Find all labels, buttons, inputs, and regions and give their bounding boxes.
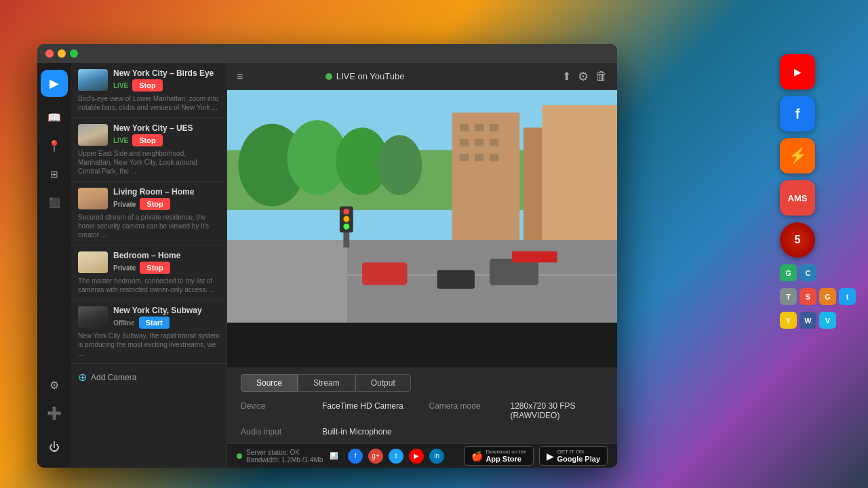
camera-desc-1: Upper East Side and neighborhood, Manhat… [78, 149, 220, 176]
social-facebook[interactable]: f [348, 449, 363, 464]
appstore-label: App Store [486, 455, 526, 463]
add-camera-button[interactable]: ⊕ Add Camera [71, 364, 226, 390]
camera-desc-3: The master bedroom, connected to my list… [78, 277, 220, 294]
svg-rect-22 [437, 270, 475, 289]
camera-thumb-nyc-ues [78, 124, 108, 146]
dock-mini-wp[interactable]: W [800, 312, 816, 329]
camera-item-bedroom[interactable]: Bedroom – Home Private Stop The master b… [71, 245, 226, 300]
facebook-icon: f [795, 106, 800, 122]
dock-mini-vimeo[interactable]: V [819, 312, 836, 329]
camera-desc-2: Secured stream of a private residence, t… [78, 213, 220, 239]
ams-label: AMS [788, 193, 808, 203]
youtube-icon: ▶ [794, 67, 801, 77]
social-linkedin[interactable]: in [429, 449, 444, 464]
sidebar-icon-plus[interactable]: ➕ [42, 401, 66, 426]
right-dock: ▶ f ⚡ AMS 5 G C T S G t Y W V [780, 54, 856, 329]
maximize-button[interactable] [70, 49, 78, 58]
start-button-4[interactable]: Start [139, 317, 170, 329]
camera-item-living-room[interactable]: Living Room – Home Private Stop Secured … [71, 182, 226, 245]
audio-input-label: Audio input [241, 427, 309, 436]
camera-item-nyc-birds[interactable]: New York City – Birds Eye LIVE Stop Bird… [71, 63, 226, 118]
tab-stream[interactable]: Stream [298, 374, 355, 392]
live-text: LIVE on YouTube [336, 71, 405, 81]
audio-input-value: Built-in Microphone [322, 427, 392, 436]
camera-mode-row: Camera mode 868x488 30 FPS (RAWVIDEO) [429, 401, 604, 420]
camera-status-row-3: Private Stop [113, 262, 220, 274]
status-badge-4: Offline [113, 319, 135, 327]
camera-name-nyc-birds: New York City – Birds Eye [113, 68, 220, 78]
camera-status-row-4: Offline Start [113, 317, 220, 329]
dock-icon-facebook[interactable]: f [780, 96, 815, 131]
close-button[interactable] [45, 49, 54, 58]
camera-status-row-2: Private Stop [113, 198, 220, 210]
camera-name-nyc-ues: New York City – UES [113, 123, 220, 133]
delete-button[interactable]: 🗑 [595, 69, 608, 84]
googleplay-badge[interactable]: ▶ GET IT ON Google Play [539, 446, 608, 466]
dock-mini-gray[interactable]: T [780, 288, 797, 305]
sidebar-icon-grid[interactable]: ⊞ [42, 162, 66, 186]
tab-source[interactable]: Source [241, 374, 298, 392]
minimize-button[interactable] [58, 49, 66, 58]
social-youtube[interactable]: ▶ [409, 449, 424, 464]
appstore-badge[interactable]: 🍎 Download on the App Store [464, 446, 534, 466]
book-icon: 📖 [47, 111, 61, 124]
dock-mini-group-row2: T S G t [780, 288, 856, 305]
camera-mode-value: 868x488 30 FPS (RAWVIDEO) [511, 401, 604, 420]
server-status: Server status: OK Bandwidth: 1.2Mb /1.4M… [237, 449, 338, 464]
dock-mini-green[interactable]: G [780, 264, 797, 281]
social-twitter[interactable]: t [389, 449, 403, 464]
dock-icon-s5[interactable]: 5 [780, 222, 815, 258]
dock-mini-group-row3: Y W V [780, 312, 856, 329]
stop-button-1[interactable]: Stop [132, 134, 162, 146]
sidebar-icon-location[interactable]: 📍 [42, 134, 66, 158]
window-body: ▶ 📖 📍 ⊞ ⬛ ⚙ ➕ ⏻ [37, 63, 617, 468]
footer: Server status: OK Bandwidth: 1.2Mb /1.4M… [227, 443, 617, 468]
dock-icon-lightning[interactable]: ⚡ [780, 138, 815, 174]
appstore-text: Download on the App Store [486, 449, 526, 463]
svg-rect-13 [490, 154, 498, 161]
dock-mini-red[interactable]: S [800, 288, 816, 305]
svg-rect-23 [490, 259, 538, 285]
lightning-icon: ⚡ [789, 147, 807, 165]
dock-mini-twitter[interactable]: t [839, 288, 856, 305]
dock-icon-ams[interactable]: AMS [780, 180, 815, 216]
app-logo[interactable]: ▶ [41, 70, 68, 97]
sidebar-icon-settings[interactable]: ⚙ [42, 373, 66, 397]
bottom-info: Source Stream Output Device FaceTime HD … [227, 367, 617, 443]
top-bar: ≡ LIVE on YouTube ⬆ ⚙ 🗑 [227, 63, 617, 90]
stop-button-0[interactable]: Stop [132, 79, 162, 92]
settings-icon: ⚙ [50, 379, 59, 392]
stop-button-3[interactable]: Stop [140, 262, 170, 274]
social-googleplus[interactable]: g+ [368, 449, 383, 464]
menu-icon[interactable]: ≡ [237, 70, 243, 83]
social-icons: f g+ t ▶ in [348, 449, 444, 464]
share-button[interactable]: ⬆ [562, 69, 571, 84]
status-badge-3: Private [113, 264, 136, 272]
trash-icon: 🗑 [595, 69, 608, 83]
camera-name-bedroom: Bedroom – Home [113, 251, 220, 260]
camera-info-nyc-birds: New York City – Birds Eye LIVE Stop [113, 68, 220, 92]
dock-mini-orange[interactable]: G [819, 288, 836, 305]
sidebar-icon-monitor[interactable]: ⬛ [42, 190, 66, 215]
window-controls [45, 49, 78, 58]
power-icon: ⏻ [49, 441, 60, 453]
dock-mini-yellow[interactable]: Y [780, 312, 797, 329]
settings-button[interactable]: ⚙ [578, 69, 589, 84]
camera-item-subway[interactable]: New York City, Subway Offline Start New … [71, 300, 226, 364]
apple-icon: 🍎 [471, 451, 483, 462]
add-camera-icon: ⊕ [78, 371, 87, 384]
dock-mini-blue[interactable]: C [800, 264, 816, 281]
camera-status-row-1: LIVE Stop [113, 134, 220, 146]
stop-button-2[interactable]: Stop [140, 198, 170, 210]
sidebar-icon-power[interactable]: ⏻ [42, 435, 66, 460]
status-badge-0: LIVE [113, 82, 128, 89]
camera-info-subway: New York City, Subway Offline Start [113, 306, 220, 329]
grid-icon: ⊞ [50, 169, 58, 180]
sidebar-icons: ▶ 📖 📍 ⊞ ⬛ ⚙ ➕ ⏻ [37, 63, 71, 468]
camera-item-nyc-ues[interactable]: New York City – UES LIVE Stop Upper East… [71, 118, 226, 182]
sidebar-icon-book[interactable]: 📖 [42, 105, 66, 129]
tab-output[interactable]: Output [355, 374, 411, 392]
dock-icon-youtube[interactable]: ▶ [780, 54, 815, 89]
source-info-grid: Device FaceTime HD Camera Camera mode 12… [241, 401, 604, 436]
s5-label: 5 [795, 234, 801, 246]
